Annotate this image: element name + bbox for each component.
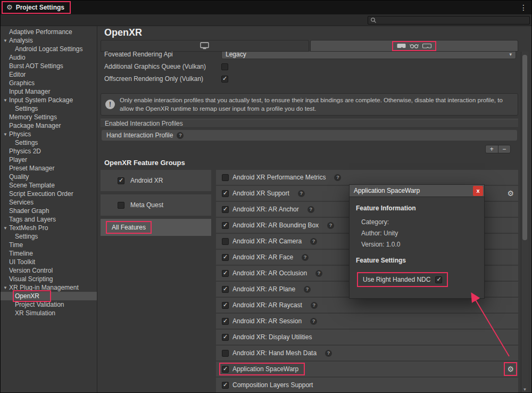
- sidebar-item-physics-2d[interactable]: ▼ Physics 2D: [1, 147, 97, 155]
- checkbox[interactable]: [221, 63, 228, 70]
- scrollbar-thumb[interactable]: [522, 55, 527, 240]
- checkbox[interactable]: [118, 202, 124, 209]
- sidebar-item-project-validation[interactable]: ▼ Project Validation: [1, 300, 97, 309]
- sidebar-item-label: Input System Package: [9, 96, 73, 104]
- foldout-arrow-icon[interactable]: ▼: [3, 38, 9, 43]
- foldout-arrow-icon[interactable]: ▼: [3, 226, 9, 231]
- sidebar-item-android-logcat-settings[interactable]: ▼ Android Logcat Settings: [1, 45, 97, 53]
- sidebar-item-label: Script Execution Order: [9, 190, 73, 198]
- help-icon[interactable]: ?: [304, 286, 311, 293]
- checkbox[interactable]: [222, 254, 229, 261]
- feature-row-composition-layers-support[interactable]: Composition Layers Support ?: [216, 378, 518, 392]
- help-icon[interactable]: ?: [310, 318, 317, 325]
- sidebar-item-adaptive-performance[interactable]: ▼ Adaptive Performance: [1, 28, 97, 36]
- ndc-checkbox[interactable]: [435, 276, 442, 283]
- sidebar-item-script-execution-order[interactable]: ▼ Script Execution Order: [1, 190, 97, 198]
- checkbox[interactable]: [222, 190, 229, 197]
- sidebar-item-memory-settings[interactable]: ▼ Memory Settings: [1, 113, 97, 121]
- checkbox[interactable]: [222, 222, 229, 229]
- sidebar-item-shader-graph[interactable]: ▼ Shader Graph: [1, 207, 97, 215]
- foldout-arrow-icon[interactable]: ▼: [3, 98, 9, 103]
- feature-row-android-xr-performance-metrics[interactable]: Android XR Performance Metrics ?: [216, 170, 518, 185]
- help-icon[interactable]: ?: [302, 254, 309, 261]
- feature-group-meta-quest[interactable]: Meta Quest: [101, 194, 211, 216]
- checkbox[interactable]: [222, 206, 229, 213]
- sidebar-item-graphics[interactable]: ▼ Graphics: [1, 79, 97, 87]
- sidebar-item-openxr[interactable]: ▼ OpenXR: [1, 292, 97, 300]
- foldout-arrow-icon[interactable]: ▼: [3, 132, 9, 137]
- sidebar-item-xr-plug-in-management[interactable]: ▼ XR Plug-in Management: [1, 283, 97, 292]
- foldout-arrow-icon[interactable]: ▼: [3, 285, 9, 290]
- hand-interaction-profile-row[interactable]: Hand Interaction Profile ?: [102, 130, 517, 141]
- checkbox[interactable]: [222, 366, 229, 373]
- sidebar-item-burst-aot-settings[interactable]: ▼ Burst AOT Settings: [1, 62, 97, 70]
- sidebar-item-settings[interactable]: ▼ Settings: [1, 104, 97, 113]
- sidebar-item-label: Project Validation: [15, 301, 64, 308]
- help-icon[interactable]: ?: [307, 206, 314, 213]
- all-features-row[interactable]: All Features: [101, 219, 211, 236]
- search-box[interactable]: [368, 16, 530, 24]
- checkbox[interactable]: [222, 334, 229, 341]
- feature-row-android-xr-display-utilities[interactable]: Android XR: Display Utilities ?: [216, 330, 518, 345]
- sidebar-item-player[interactable]: ▼ Player: [1, 155, 97, 164]
- feature-group-android-xr[interactable]: Android XR: [101, 170, 211, 191]
- sidebar-item-version-control[interactable]: ▼ Version Control: [1, 266, 97, 275]
- add-profile-button[interactable]: +: [486, 145, 498, 153]
- checkbox[interactable]: [222, 270, 229, 277]
- sidebar-item-xr-simulation[interactable]: ▼ XR Simulation: [1, 309, 97, 317]
- sidebar-item-editor[interactable]: ▼ Editor: [1, 70, 97, 79]
- sidebar-item-timeline[interactable]: ▼ Timeline: [1, 249, 97, 258]
- sidebar-item-time[interactable]: ▼ Time: [1, 241, 97, 249]
- help-icon[interactable]: ?: [311, 302, 318, 309]
- feature-row-application-spacewarp[interactable]: Application SpaceWarp ?: [216, 362, 518, 376]
- checkbox[interactable]: [222, 302, 229, 309]
- help-icon[interactable]: ?: [325, 350, 332, 357]
- help-icon[interactable]: ?: [177, 132, 184, 139]
- sidebar-item-quality[interactable]: ▼ Quality: [1, 173, 97, 181]
- sidebar-item-input-manager[interactable]: ▼ Input Manager: [1, 87, 97, 96]
- sidebar-item-settings[interactable]: ▼ Settings: [1, 232, 97, 241]
- tab-pc-platform[interactable]: [101, 40, 309, 52]
- checkbox[interactable]: [222, 286, 229, 293]
- checkbox[interactable]: [222, 318, 229, 325]
- sidebar-item-input-system-package[interactable]: ▼ Input System Package: [1, 96, 97, 104]
- tab-android-platform[interactable]: [310, 40, 519, 52]
- foveated-rendering-dropdown[interactable]: Legacy ▾: [221, 52, 516, 59]
- window-tab-project-settings[interactable]: ⚙ Project Settings: [2, 1, 71, 14]
- sidebar-item-physics[interactable]: ▼ Physics: [1, 130, 97, 138]
- feature-row-android-xr-hand-mesh-data[interactable]: Android XR: Hand Mesh Data ?: [216, 346, 518, 361]
- remove-profile-button[interactable]: −: [498, 145, 511, 153]
- sidebar-item-services[interactable]: ▼ Services: [1, 198, 97, 207]
- checkbox[interactable]: [222, 238, 229, 245]
- sidebar-item-scene-template[interactable]: ▼ Scene Template: [1, 181, 97, 190]
- sidebar-item-preset-manager[interactable]: ▼ Preset Manager: [1, 164, 97, 173]
- sidebar-item-visual-scripting[interactable]: ▼ Visual Scripting: [1, 275, 97, 283]
- sidebar-item-settings[interactable]: ▼ Settings: [1, 138, 97, 147]
- feature-gear-icon[interactable]: [507, 190, 514, 197]
- vertical-scrollbar[interactable]: ▼: [521, 52, 528, 392]
- checkbox[interactable]: [221, 76, 228, 83]
- sidebar-item-textmesh-pro[interactable]: ▼ TextMesh Pro: [1, 224, 97, 232]
- checkbox[interactable]: [118, 177, 124, 184]
- help-icon[interactable]: ?: [334, 174, 341, 181]
- help-icon[interactable]: ?: [310, 238, 317, 245]
- checkbox[interactable]: [222, 382, 229, 389]
- search-input[interactable]: [379, 17, 527, 24]
- kebab-menu-icon[interactable]: ⋮: [520, 4, 527, 11]
- feature-row-android-xr-ar-raycast[interactable]: Android XR: AR Raycast ?: [216, 298, 518, 313]
- checkbox[interactable]: [222, 350, 229, 357]
- sidebar-item-package-manager[interactable]: ▼ Package Manager: [1, 121, 97, 130]
- feature-information-heading: Feature Information: [356, 204, 478, 212]
- help-icon[interactable]: ?: [315, 270, 322, 277]
- scrollbar-down-arrow[interactable]: ▼: [521, 387, 528, 392]
- help-icon[interactable]: ?: [327, 222, 334, 229]
- help-icon[interactable]: ?: [298, 190, 305, 197]
- checkbox[interactable]: [222, 174, 229, 181]
- sidebar-item-ui-toolkit[interactable]: ▼ UI Toolkit: [1, 258, 97, 266]
- sidebar-item-analysis[interactable]: ▼ Analysis: [1, 36, 97, 45]
- feature-row-android-xr-ar-session[interactable]: Android XR: AR Session ?: [216, 314, 518, 329]
- popup-close-button[interactable]: x: [473, 186, 483, 196]
- sidebar-item-audio[interactable]: ▼ Audio: [1, 53, 97, 62]
- feature-gear-icon[interactable]: [507, 365, 514, 373]
- sidebar-item-tags-and-layers[interactable]: ▼ Tags and Layers: [1, 215, 97, 224]
